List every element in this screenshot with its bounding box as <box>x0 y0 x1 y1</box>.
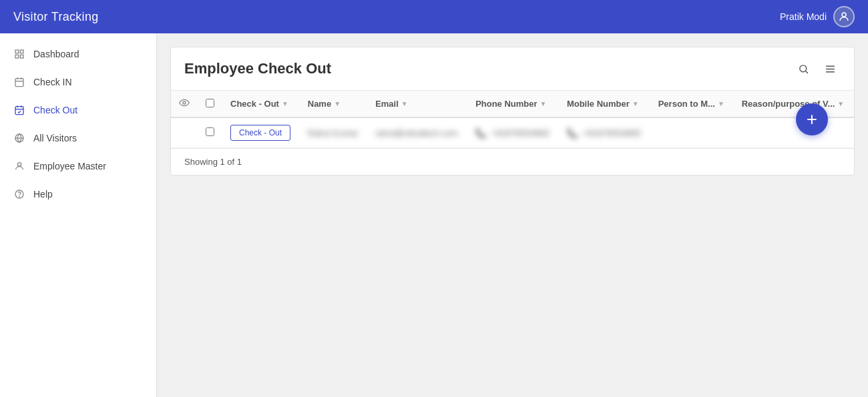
user-name: Pratik Modi <box>780 11 827 22</box>
row-phone-cell: 📞 +91876554865 <box>467 117 559 148</box>
checkout-button[interactable]: Check - Out <box>230 125 290 141</box>
row-email: rahul@rahultech.com <box>375 128 458 138</box>
col-header-phone[interactable]: Phone Number ▼ <box>467 91 559 117</box>
svg-rect-1 <box>15 50 19 53</box>
svg-point-0 <box>842 13 846 17</box>
svg-rect-9 <box>15 107 23 115</box>
svg-rect-5 <box>15 79 23 87</box>
col-header-name[interactable]: Name ▼ <box>300 91 367 117</box>
card-header: Employee Check Out <box>171 47 854 91</box>
sidebar-item-check-out[interactable]: Check Out <box>0 96 156 124</box>
app-title: Visitor Tracking <box>13 10 99 24</box>
row-name: Rahul Kumar <box>308 128 359 138</box>
col-header-reason[interactable]: Reason/purpose of V... ▼ <box>734 91 854 117</box>
sidebar-label-check-in: Check IN <box>33 77 72 87</box>
add-icon: + <box>807 109 817 130</box>
table-container: Check - Out ▼ Name ▼ <box>171 91 854 148</box>
row-name-cell: Rahul Kumar <box>300 117 367 148</box>
header-user: Pratik Modi <box>780 6 855 27</box>
row-email-cell: rahul@rahultech.com <box>367 117 467 148</box>
sidebar-label-help: Help <box>33 189 53 200</box>
main-layout: Dashboard Check IN Check Out <box>0 33 868 397</box>
sidebar-item-all-visitors[interactable]: All Visitors <box>0 124 156 152</box>
sidebar-item-employee-master[interactable]: Employee Master <box>0 152 156 180</box>
eye-header-icon <box>179 99 190 110</box>
sidebar-label-all-visitors: All Visitors <box>33 133 77 143</box>
phone-icon: 📞 <box>475 128 486 138</box>
sidebar-label-employee-master: Employee Master <box>33 161 106 171</box>
app-header: Visitor Tracking Pratik Modi <box>0 0 868 33</box>
sidebar-label-dashboard: Dashboard <box>33 49 79 59</box>
avatar <box>833 6 855 27</box>
row-checkout-cell: Check - Out <box>222 117 300 148</box>
table-row: Check - Out Rahul Kumar rahul@rahultech.… <box>171 117 854 148</box>
card-footer: Showing 1 of 1 <box>171 148 854 175</box>
row-reason-cell <box>734 117 854 148</box>
sidebar-item-dashboard[interactable]: Dashboard <box>0 40 156 68</box>
sort-icon-name: ▼ <box>334 100 341 107</box>
help-icon <box>13 188 25 200</box>
add-button[interactable]: + <box>796 103 828 135</box>
col-header-person[interactable]: Person to M... ▼ <box>650 91 734 117</box>
col-checkbox <box>198 91 222 117</box>
col-label-email: Email <box>375 99 399 109</box>
col-header-email[interactable]: Email ▼ <box>367 91 467 117</box>
row-phone: 📞 +91876554865 <box>475 128 550 138</box>
col-label-person: Person to M... <box>658 99 715 109</box>
col-eye <box>171 91 198 117</box>
main-content: Employee Check Out <box>157 33 868 397</box>
menu-button[interactable] <box>819 58 841 79</box>
col-label-mobile: Mobile Number <box>567 99 630 109</box>
col-label-phone: Phone Number <box>475 99 537 109</box>
sidebar-item-help[interactable]: Help <box>0 180 156 208</box>
col-header-checkout[interactable]: Check - Out ▼ <box>222 91 300 117</box>
table-header-row: Check - Out ▼ Name ▼ <box>171 91 854 117</box>
svg-line-19 <box>805 71 807 73</box>
dashboard-icon <box>13 48 25 60</box>
sidebar-label-check-out: Check Out <box>33 105 77 115</box>
svg-rect-4 <box>20 55 23 58</box>
svg-point-15 <box>17 163 21 166</box>
employee-master-icon <box>13 160 25 172</box>
select-all-checkbox[interactable] <box>206 99 214 107</box>
sidebar-item-check-in[interactable]: Check IN <box>0 68 156 96</box>
sort-icon-email: ▼ <box>401 100 408 107</box>
check-in-icon <box>13 76 25 88</box>
sort-icon-reason: ▼ <box>837 100 844 107</box>
svg-point-23 <box>183 101 186 104</box>
mobile-icon: 📞 <box>567 128 578 138</box>
row-eye-cell <box>171 117 198 148</box>
svg-rect-3 <box>15 55 19 58</box>
col-label-name: Name <box>308 99 331 109</box>
content-wrapper: Employee Check Out <box>170 47 855 175</box>
row-checkbox[interactable] <box>206 127 214 136</box>
all-visitors-icon <box>13 132 25 144</box>
sort-icon-mobile: ▼ <box>632 100 639 107</box>
col-label-checkout: Check - Out <box>230 99 279 109</box>
check-out-icon <box>13 104 25 116</box>
svg-rect-2 <box>20 50 23 53</box>
svg-point-18 <box>799 65 806 71</box>
showing-text: Showing 1 of 1 <box>184 157 242 167</box>
main-table: Check - Out ▼ Name ▼ <box>171 91 854 148</box>
row-person-cell <box>650 117 734 148</box>
row-mobile-cell: 📞 +91876554865 <box>559 117 650 148</box>
sort-icon-checkout: ▼ <box>282 100 288 107</box>
main-card: Employee Check Out <box>170 47 855 175</box>
row-checkbox-cell <box>198 117 222 148</box>
sort-icon-phone: ▼ <box>540 100 547 107</box>
row-mobile: 📞 +91876554865 <box>567 128 641 138</box>
search-button[interactable] <box>793 58 814 79</box>
sort-icon-person: ▼ <box>718 100 724 107</box>
sidebar: Dashboard Check IN Check Out <box>0 33 157 397</box>
page-title: Employee Check Out <box>184 60 331 77</box>
card-actions <box>793 58 841 79</box>
col-header-mobile[interactable]: Mobile Number ▼ <box>559 91 650 117</box>
